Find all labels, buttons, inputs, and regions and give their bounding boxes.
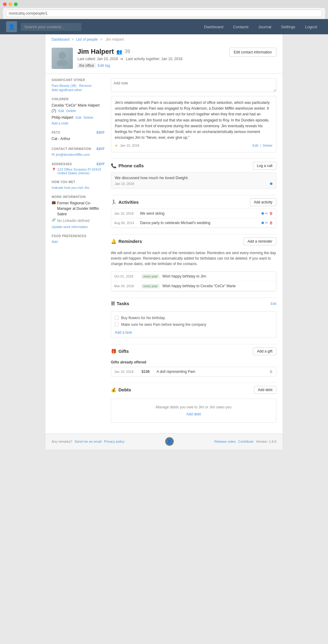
tasks-icon: ☰ bbox=[111, 301, 115, 306]
profile-name-row: Jim Halpert 👥 39 bbox=[77, 48, 229, 56]
child-2-delete[interactable]: Delete bbox=[84, 116, 93, 119]
log-call-button[interactable]: Log a call bbox=[253, 162, 276, 170]
add-food-link[interactable]: Add bbox=[52, 240, 58, 244]
add-child-link[interactable]: Add a child bbox=[52, 121, 105, 125]
reminders-icon: 🔔 bbox=[111, 239, 117, 244]
note-edit-link[interactable]: Edit bbox=[252, 143, 258, 148]
navbar: 👤 Dashboard Contacts Journal Settings Lo… bbox=[0, 19, 328, 34]
address-link[interactable]: 123 Office Scranton Pl 32419 United Stat… bbox=[57, 168, 105, 175]
add-task-link[interactable]: Add a task bbox=[115, 330, 132, 335]
breadcrumb-sep1: > bbox=[72, 37, 75, 42]
add-activity-button[interactable]: Add activity bbox=[250, 198, 276, 206]
nav-contacts[interactable]: Contacts bbox=[228, 22, 253, 32]
sidebar-contact-info: CONTACT INFORMATION Edit ✉ jim@dundermif… bbox=[52, 147, 105, 157]
significant-other-content: Pam Beesly (38) Remove Add significant o… bbox=[52, 83, 105, 92]
gifts-section: 🎁 Gifts Add a gift Gifts already offered… bbox=[111, 344, 276, 377]
child-1-edit[interactable]: Edit bbox=[58, 109, 64, 113]
reminders-description: We will send an email for each one of th… bbox=[111, 248, 276, 269]
work-job: 💼 Former Regional Co-Manager at Dunder M… bbox=[52, 200, 105, 217]
footer-release-notes[interactable]: Release notes bbox=[214, 440, 236, 443]
task-checkbox-1[interactable] bbox=[115, 316, 119, 320]
gift-item-1: Jan 10, 2018 $136 · A doll representing … bbox=[111, 367, 276, 376]
footer-contribute[interactable]: Contribute bbox=[238, 440, 254, 443]
task-item-2: Make sure he sees Pam before leaving the… bbox=[115, 321, 272, 328]
task-item-1: Buy flowers for his birthday bbox=[115, 315, 272, 321]
add-reminder-button[interactable]: Add a reminder bbox=[244, 237, 276, 245]
activity-dot-1 bbox=[261, 212, 264, 215]
add-significant-other[interactable]: Add significant other bbox=[52, 88, 82, 92]
profile-name-text: Jim Halpert bbox=[77, 48, 114, 56]
significant-other-link[interactable]: Pam Beesly (38) bbox=[52, 84, 77, 87]
call-item: We discussed how much he loved Dwight. J… bbox=[111, 172, 276, 189]
contact-email: ✉ jim@dundermifflin.com bbox=[52, 152, 105, 157]
nav-search-input[interactable] bbox=[21, 23, 81, 31]
activity-edit-icon-2[interactable]: ✏ bbox=[265, 221, 268, 225]
addresses-edit[interactable]: Edit bbox=[97, 162, 105, 166]
sidebar-addresses: ADDRESSES Edit 📍 123 Office Scranton Pl … bbox=[52, 162, 105, 175]
footer-logo-icon: 👤 bbox=[167, 439, 172, 444]
remove-significant-other[interactable]: Remove bbox=[79, 84, 91, 87]
contact-info-edit[interactable]: Edit bbox=[97, 147, 105, 151]
children-title: CHILDREN bbox=[52, 97, 105, 101]
edit-tag-link[interactable]: Edit tag bbox=[97, 63, 110, 68]
footer-send-email[interactable]: Send me an email bbox=[75, 440, 102, 443]
nav-dashboard[interactable]: Dashboard bbox=[199, 22, 228, 32]
nav-journal[interactable]: Journal bbox=[254, 22, 276, 32]
task-text-1: Buy flowers for his birthday bbox=[121, 316, 165, 320]
reminder-text-2: Wish happy birthday to Cecelia "CeCe" Ma… bbox=[162, 284, 273, 288]
add-gift-button[interactable]: Add a gift bbox=[253, 347, 276, 355]
linkedin-icon: 🔗 bbox=[52, 218, 56, 223]
call-dot bbox=[270, 182, 272, 185]
note-textarea[interactable] bbox=[111, 78, 276, 92]
activities-list: Jan 10, 2018 We went skiing ✏ 🗑 Aug 06, … bbox=[111, 209, 276, 228]
maximize-dot[interactable] bbox=[14, 2, 18, 6]
svg-point-1 bbox=[57, 60, 68, 66]
pets-title: PETS Edit bbox=[52, 131, 105, 134]
breadcrumb-dashboard[interactable]: Dashboard bbox=[52, 37, 70, 42]
child-1-delete[interactable]: Delete bbox=[66, 109, 76, 113]
activity-item-1: Jan 10, 2018 We went skiing ✏ 🗑 bbox=[111, 209, 276, 218]
edit-contact-button[interactable]: Edit contact information bbox=[229, 48, 276, 57]
email-link[interactable]: jim@dundermifflin.com bbox=[56, 153, 90, 156]
add-debt-link[interactable]: Add debt bbox=[186, 412, 201, 416]
minimize-dot[interactable] bbox=[9, 2, 12, 6]
note-delete-link[interactable]: Delete bbox=[263, 143, 272, 148]
activity-delete-icon-1[interactable]: 🗑 bbox=[269, 211, 273, 216]
note-actions: Edit | Delete bbox=[252, 143, 272, 148]
call-date: Jan 10, 2018 bbox=[115, 182, 134, 186]
tasks-edit-link[interactable]: Edit bbox=[271, 302, 276, 305]
task-checkbox-2[interactable] bbox=[115, 322, 119, 326]
update-work-link[interactable]: Update work information bbox=[52, 225, 88, 229]
gifts-icon: 🎁 bbox=[111, 349, 117, 354]
avatar bbox=[52, 48, 73, 69]
phone-calls-header: 📞 Phone calls Log a call bbox=[111, 158, 276, 172]
close-dot[interactable] bbox=[3, 2, 7, 6]
child-2-edit[interactable]: Edit bbox=[76, 116, 81, 119]
reminders-header: 🔔 Reminders Add a reminder bbox=[111, 234, 276, 248]
breadcrumb-list[interactable]: List of people bbox=[76, 37, 97, 42]
activity-delete-icon-2[interactable]: 🗑 bbox=[269, 221, 273, 225]
gift-date-1: Jan 10, 2018 bbox=[114, 370, 138, 373]
reminders-section: 🔔 Reminders Add a reminder We will send … bbox=[111, 234, 276, 291]
browser-url-bar[interactable] bbox=[6, 10, 322, 17]
nav-settings[interactable]: Settings bbox=[276, 22, 300, 32]
sidebar-work: WORK INFORMATION 💼 Former Regional Co-Ma… bbox=[52, 195, 105, 229]
sidebar: SIGNIFICANT OTHER Pam Beesly (38) Remove… bbox=[52, 78, 105, 429]
how-met-link[interactable]: Indicate how you met Jim bbox=[52, 186, 89, 189]
footer-privacy[interactable]: Privacy policy bbox=[104, 440, 125, 443]
activity-actions-1: ✏ 🗑 bbox=[261, 211, 273, 216]
debts-header: 💰 Debts Add debt bbox=[111, 383, 276, 396]
gift-delete-icon[interactable]: 🗑 bbox=[269, 370, 273, 374]
nav-logout[interactable]: Logout bbox=[300, 22, 322, 32]
activity-date-2: Aug 06, 2014 bbox=[114, 221, 140, 225]
profile-header: Jim Halpert 👥 39 Last called: Jan 10, 20… bbox=[46, 45, 282, 74]
footer-left: Any remarks? Send me an email Privacy po… bbox=[52, 440, 125, 443]
pets-edit[interactable]: Edit bbox=[97, 131, 105, 134]
profile-actions: Edit contact information bbox=[229, 48, 276, 57]
group-count: 39 bbox=[125, 49, 130, 54]
activity-edit-icon-1[interactable]: ✏ bbox=[265, 211, 268, 216]
sidebar-significant-other: SIGNIFICANT OTHER Pam Beesly (38) Remove… bbox=[52, 78, 105, 92]
add-debt-button[interactable]: Add debt bbox=[254, 386, 276, 394]
avatar-image bbox=[52, 48, 73, 69]
last-activity: Last activity together: Jan 10, 2018 bbox=[126, 57, 182, 61]
